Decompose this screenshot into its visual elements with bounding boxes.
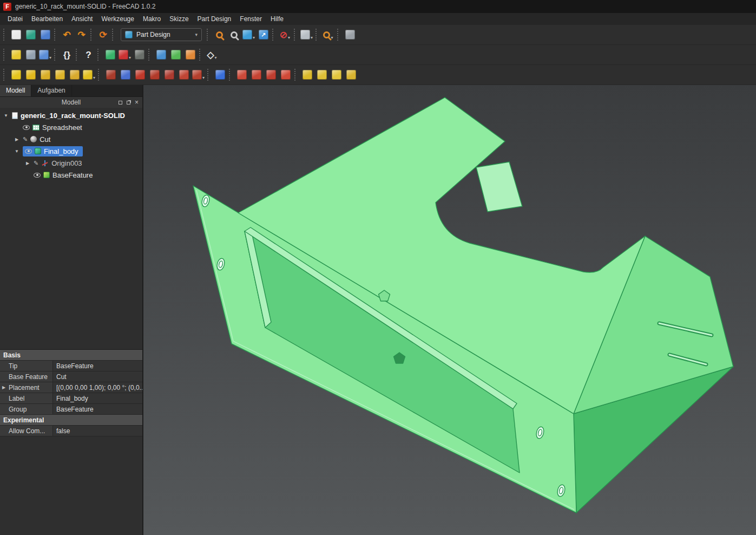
toolbar-handle-icon[interactable] [112,29,114,41]
tab-modell[interactable]: Modell [0,85,31,96]
subtractive-loft-button[interactable] [147,67,162,82]
menu-bearbeiten[interactable]: Bearbeiten [27,14,67,24]
subtractive-pipe-button[interactable] [162,67,176,82]
menu-datei[interactable]: Datei [3,14,27,24]
expander-down-icon[interactable]: ▼ [3,113,9,118]
toolbar-handle-icon[interactable] [76,49,78,61]
chamfer-button[interactable] [249,67,264,82]
go-to-selection-button[interactable]: ↗ [256,27,271,42]
property-row-label[interactable]: Label Final_body [0,393,142,404]
toolbar-handle-icon[interactable] [207,29,209,41]
menu-ansicht[interactable]: Ansicht [67,14,97,24]
tree-item-document[interactable]: ▼ generic_10_rack_mount-SOLID [0,109,142,121]
draft-button[interactable] [264,67,278,82]
menu-part-design[interactable]: Part Design [193,14,236,24]
zoom-tools-button[interactable]: ▾ [321,27,336,42]
thickness-button[interactable] [278,67,293,82]
property-row-placement[interactable]: ▶Placement [(0,00 0,00 1,00); 0,00 °; (0… [0,382,142,393]
macro-dialog-button[interactable]: {} [60,47,74,62]
additive-helix-button[interactable] [67,67,82,82]
expander-right-icon[interactable]: ▶ [24,161,31,166]
hole-button[interactable] [118,67,133,82]
visibility-eye-icon[interactable] [25,149,32,154]
appearance-button[interactable] [183,47,198,62]
tab-aufgaben[interactable]: Aufgaben [31,85,71,96]
toolbar-handle-icon[interactable] [3,69,5,81]
toolbar-handle-icon[interactable] [337,29,339,41]
draw-style-button[interactable]: ⊘▾ [278,27,292,42]
selected-highlight[interactable]: Final_body [23,146,83,156]
chevron-down-icon[interactable]: ▾ [202,75,205,82]
toolbar-handle-icon[interactable] [98,69,100,81]
polar-pattern-button[interactable] [329,67,344,82]
toolbar-handle-icon[interactable] [54,29,56,41]
dock-float-button[interactable] [127,101,130,105]
tree-item-basefeature[interactable]: BaseFeature [0,169,142,181]
toolbar-handle-icon[interactable] [90,29,93,41]
toolbar-handle-icon[interactable] [148,49,150,61]
create-datum-button[interactable]: ◇▾ [205,47,219,62]
edit-sketch-button[interactable]: ▾ [117,47,132,62]
zoom-selection-button[interactable] [227,27,241,42]
tree-item-cut[interactable]: ▶ ✎ Cut [0,133,142,145]
toolbar-handle-icon[interactable] [294,69,297,81]
whats-this-button[interactable]: ? [81,47,96,62]
pocket-button[interactable] [103,67,118,82]
toolbar-handle-icon[interactable] [199,49,201,61]
toolbar-handle-icon[interactable] [315,29,318,41]
toolbar-handle-icon[interactable] [207,69,209,81]
chevron-down-icon[interactable]: ▾ [311,35,313,42]
3d-model[interactable] [193,97,733,513]
make-link-button[interactable]: ▾ [38,47,52,62]
undo-button[interactable]: ↶ [60,27,74,42]
toolbar-handle-icon[interactable] [97,49,100,61]
create-sketch-button[interactable] [103,47,117,62]
subtractive-helix-button[interactable] [176,67,191,82]
linear-pattern-button[interactable] [314,67,329,82]
property-row-group[interactable]: Group BaseFeature [0,404,142,415]
additive-pipe-button[interactable] [52,67,67,82]
model-cutout-inner-wall[interactable] [476,162,522,212]
groove-button[interactable] [133,67,147,82]
tree-item-origin003[interactable]: ▶ ✎ Origin003 [0,157,142,169]
dock-minimize-button[interactable] [119,101,122,105]
redo-button[interactable]: ↷ [74,27,89,42]
chevron-down-icon[interactable]: ▾ [195,32,198,37]
toolbar-handle-icon[interactable] [54,49,56,61]
dock-close-button[interactable]: × [135,99,139,106]
refresh-button[interactable]: ⟳ [96,27,110,42]
revolution-button[interactable] [23,67,38,82]
chevron-down-icon[interactable]: ▾ [215,55,217,62]
boolean-button[interactable] [213,67,227,82]
expander-down-icon[interactable]: ▼ [14,149,20,154]
property-row-base-feature[interactable]: Base Feature Cut [0,371,142,382]
toolbar-handle-icon[interactable] [272,29,274,41]
multitransform-button[interactable] [344,67,358,82]
save-button[interactable] [38,27,52,42]
menu-hilfe[interactable]: Hilfe [266,14,288,24]
chevron-down-icon[interactable]: ▾ [49,55,51,62]
open-document-button[interactable] [23,27,38,42]
chevron-down-icon[interactable]: ▾ [288,35,290,42]
expander-right-icon[interactable]: ▶ [2,385,5,390]
3d-model-canvas[interactable] [143,85,756,535]
map-sketch-button[interactable] [132,47,147,62]
fillet-button[interactable] [234,67,249,82]
toolbar-handle-icon[interactable] [3,29,5,41]
validate-sketch-button[interactable] [154,47,168,62]
create-group-button[interactable] [23,47,38,62]
new-document-button[interactable] [9,27,23,42]
expander-right-icon[interactable]: ▶ [14,137,20,142]
chevron-down-icon[interactable]: ▾ [93,75,95,82]
3d-viewport[interactable] [143,85,756,535]
menu-fenster[interactable]: Fenster [235,14,266,24]
menu-makro[interactable]: Makro [139,14,165,24]
menu-skizze[interactable]: Skizze [165,14,193,24]
fit-all-button[interactable] [212,27,227,42]
create-part-button[interactable] [9,47,23,62]
toolbar-handle-icon[interactable] [229,69,231,81]
property-row-tip[interactable]: Tip BaseFeature [0,361,142,371]
mirrored-button[interactable] [300,67,314,82]
tree-item-spreadsheet[interactable]: Spreadsheet [0,121,142,133]
visibility-eye-icon[interactable] [34,173,41,178]
